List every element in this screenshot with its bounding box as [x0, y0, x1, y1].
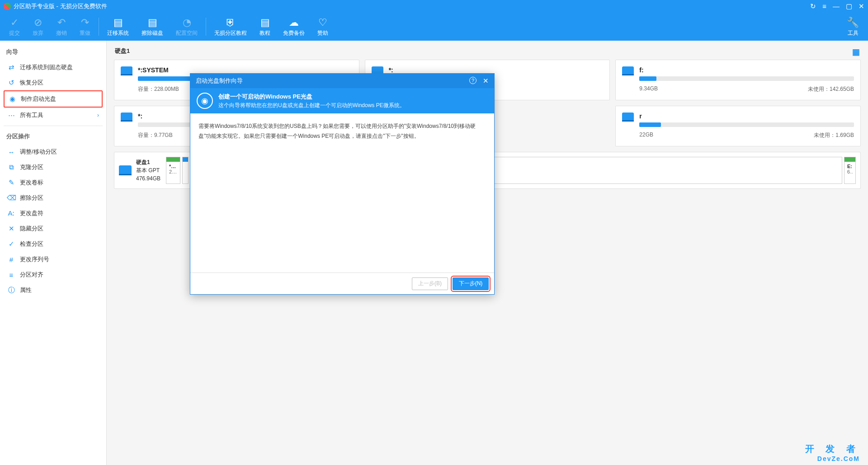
toolbar-tutorial2[interactable]: ▤教程 [253, 13, 277, 41]
dialog-titlebar: 启动光盘制作向导 ? ✕ [190, 74, 494, 88]
label-icon: ✎ [7, 178, 15, 187]
sidebar-item-migrate-ssd[interactable]: ⇄迁移系统到固态硬盘 [4, 60, 103, 75]
prev-button: 上一步(B) [412, 277, 448, 290]
window-controls: ↻ ≡ — ▢ ✕ [810, 2, 864, 10]
drive-icon [121, 113, 132, 122]
dialog-body-text: 需要将Windows7/8/10系统安装到您的USB盘上吗？如果您需要，可以使用… [198, 122, 486, 141]
undo-icon: ↶ [57, 17, 66, 28]
toolbar-submit: ✓提交 [3, 13, 26, 41]
toolbar-discard: ⊘放弃 [26, 13, 50, 41]
sidebar-item-drive-letter[interactable]: A꞉更改盘符 [4, 206, 103, 221]
sidebar-divider [4, 126, 103, 126]
dialog-title: 启动光盘制作向导 [196, 77, 243, 85]
minimize-icon[interactable]: — [833, 2, 840, 10]
dialog-close-icon[interactable]: ✕ [483, 77, 489, 85]
wizard-dialog: 启动光盘制作向导 ? ✕ ◉ 创建一个可启动的Windows PE光盘 这个向导… [190, 73, 495, 295]
sidebar-item-hide[interactable]: ✕隐藏分区 [4, 221, 103, 236]
chevron-right-icon: › [97, 112, 99, 118]
wipe-icon: ⌫ [7, 194, 15, 202]
sidebar-item-properties[interactable]: ⓘ属性 [4, 282, 103, 298]
heart-icon: ♡ [318, 17, 327, 28]
toolbar-tutorial[interactable]: ⛨无损分区教程 [208, 13, 253, 41]
erase-icon: ▤ [148, 17, 157, 28]
maximize-icon[interactable]: ▢ [846, 2, 852, 10]
dots-icon: ⋯ [7, 111, 15, 119]
dialog-header-sub: 这个向导将帮助您在您的U盘或光盘上创建一个可启动的Windows PE微系统。 [218, 102, 405, 109]
disk-segment-1[interactable]: *:… 22… [166, 157, 180, 184]
watermark: 开 发 者 DevZe.CoM [805, 443, 860, 462]
book-icon: ▤ [260, 17, 270, 28]
sidebar-section-ops-title: 分区操作 [4, 129, 103, 144]
toolbar-backup[interactable]: ☁免费备份 [277, 13, 311, 41]
toolbar-config: ◔配置空间 [170, 13, 204, 41]
window-title: 分区助手专业版 - 无损分区免费软件 [14, 2, 107, 10]
menu-icon[interactable]: ≡ [822, 2, 826, 10]
info-icon: ⓘ [7, 286, 15, 294]
disk-segment-e[interactable]: E: 6… [844, 157, 856, 184]
app-logo-icon [4, 3, 11, 10]
check-icon: ✓ [10, 17, 19, 28]
sidebar-item-check[interactable]: ✓检查分区 [4, 236, 103, 252]
help-icon[interactable]: ? [469, 77, 476, 84]
toolbar-tools[interactable]: 🔧工具 [840, 17, 865, 37]
sidebar-item-wipe-partition[interactable]: ⌫擦除分区 [4, 190, 103, 206]
title-bar: 分区助手专业版 - 无损分区免费软件 ↻ ≡ — ▢ ✕ [0, 0, 868, 13]
toolbar-migrate[interactable]: ▤迁移系统 [101, 13, 135, 41]
sidebar-item-align[interactable]: ≡分区对齐 [4, 267, 103, 282]
sidebar-item-serial[interactable]: #更改序列号 [4, 252, 103, 267]
drive-icon [622, 113, 634, 122]
disk-icon [119, 165, 132, 175]
wrench-icon: 🔧 [847, 17, 859, 28]
shield-icon: ⛨ [226, 17, 236, 28]
disc-icon: ◉ [8, 95, 16, 103]
disk-info[interactable]: 硬盘1 基本 GPT 476.94GB [119, 158, 164, 183]
sidebar-item-boot-disc[interactable]: ◉制作启动光盘 [4, 90, 103, 108]
cloud-icon: ☁ [289, 17, 299, 28]
disk-header: 硬盘1 ▦ [114, 45, 861, 57]
drive-icon: ▤ [113, 17, 123, 28]
disc-wizard-icon: ◉ [197, 93, 213, 109]
dialog-header: ◉ 创建一个可启动的Windows PE光盘 这个向导将帮助您在您的U盘或光盘上… [190, 88, 494, 113]
next-button[interactable]: 下一步(N) [453, 277, 489, 290]
hide-icon: ✕ [7, 225, 15, 233]
disk-type: 基本 GPT [136, 166, 160, 174]
view-toggle-icon[interactable]: ▦ [852, 47, 860, 57]
clone-icon: ⧉ [7, 163, 15, 171]
refresh-icon[interactable]: ↻ [810, 2, 816, 10]
serial-icon: # [7, 255, 15, 263]
drive-icon [121, 66, 132, 75]
sidebar-item-clone[interactable]: ⧉克隆分区 [4, 160, 103, 175]
resize-icon: ↔ [7, 148, 15, 156]
redo-icon: ↷ [81, 17, 89, 28]
pie-icon: ◔ [183, 17, 191, 28]
dialog-body: 需要将Windows7/8/10系统安装到您的USB盘上吗？如果您需要，可以使用… [190, 113, 494, 272]
toolbar: ✓提交 ⊘放弃 ↶撤销 ↷重做 ▤迁移系统 ▤擦除磁盘 ◔配置空间 ⛨无损分区教… [0, 13, 868, 41]
sidebar-item-all-tools[interactable]: ⋯所有工具› [4, 108, 103, 123]
migrate-icon: ⇄ [7, 63, 15, 71]
disk-name: 硬盘1 [136, 158, 160, 166]
close-icon[interactable]: ✕ [859, 2, 864, 10]
dialog-footer: 上一步(B) 下一步(N) [190, 272, 494, 294]
toolbar-separator [99, 18, 99, 36]
sidebar-section-wizard-title: 向导 [4, 44, 103, 60]
recover-icon: ↺ [7, 79, 15, 87]
disk-size: 476.94GB [136, 174, 160, 183]
dialog-header-title: 创建一个可启动的Windows PE光盘 [218, 93, 405, 101]
sidebar: 向导 ⇄迁移系统到固态硬盘 ↺恢复分区 ◉制作启动光盘 ⋯所有工具› 分区操作 … [0, 41, 107, 465]
toolbar-redo: ↷重做 [73, 13, 97, 41]
toolbar-undo: ↶撤销 [50, 13, 73, 41]
sidebar-item-resize[interactable]: ↔调整/移动分区 [4, 144, 103, 160]
sidebar-item-recover-partition[interactable]: ↺恢复分区 [4, 75, 103, 90]
partition-card-r[interactable]: r 22GB未使用：1.69GB [615, 106, 861, 146]
toolbar-donate[interactable]: ♡赞助 [311, 13, 335, 41]
toolbar-wipe[interactable]: ▤擦除磁盘 [135, 13, 170, 41]
disk-segment-2[interactable] [182, 157, 189, 184]
toolbar-separator [206, 18, 206, 36]
check-partition-icon: ✓ [7, 240, 15, 248]
letter-icon: A꞉ [7, 209, 15, 217]
sidebar-item-label[interactable]: ✎更改卷标 [4, 175, 103, 190]
partition-card-f[interactable]: f: 9.34GB未使用：142.65GB [615, 60, 861, 100]
drive-icon [622, 66, 634, 75]
align-icon: ≡ [7, 271, 15, 279]
cancel-icon: ⊘ [34, 17, 42, 28]
